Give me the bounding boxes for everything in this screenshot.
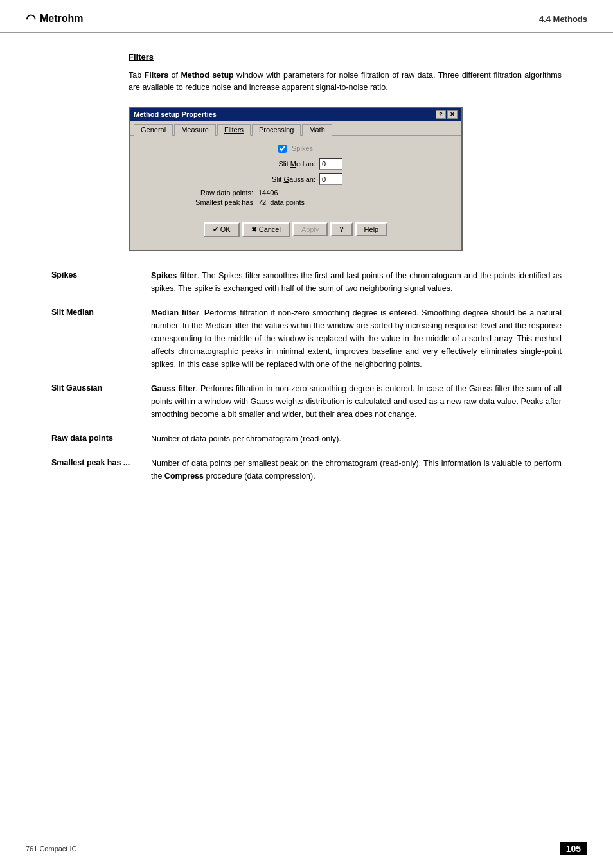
help-title-btn[interactable]: ? [436,110,446,119]
dialog-body: Spikes Slit Median: Slit Gaussian: Raw d… [130,136,461,250]
logo-icon: ◠ [26,12,36,26]
slit-median-label: Slit Median: [249,160,319,168]
slit-median-input[interactable] [319,158,342,170]
tab-processing[interactable]: Processing [252,124,301,136]
def-spikes: Spikes filter. The Spikes filter smoothe… [151,269,562,295]
raw-data-row: Raw data points: 14406 [143,189,449,197]
dialog-window: Method setup Properties ? ✕ General Meas… [129,107,463,251]
page-footer: 761 Compact IC 105 [0,837,613,855]
term-raw-data: Raw data points [51,432,151,445]
dialog-divider [143,213,449,213]
apply-button[interactable]: Apply [292,222,328,236]
dialog-tabs: General Measure Filters Processing Math [130,121,461,136]
slit-gaussian-input[interactable] [319,173,342,185]
x-icon: ✖ [251,226,257,234]
product-label: 761 Compact IC [26,845,76,853]
section-heading: Filters [129,52,587,62]
slit-median-group: Slit Median: [143,158,449,170]
intro-text: Tab Filters of Method setup window with … [129,69,562,94]
logo: ◠ Metrohm [26,12,84,26]
chapter-label: 4.4 Methods [539,14,587,24]
help-dialog-button[interactable]: ? [330,222,352,236]
help-button[interactable]: Help [355,222,388,236]
tab-measure[interactable]: Measure [174,124,216,136]
term-slit-median: Slit Median [51,306,151,319]
ok-label: OK [220,226,231,233]
cancel-label: Cancel [259,226,281,233]
desc-row-spikes: Spikes Spikes filter. The Spikes filter … [51,269,562,295]
dialog-title-buttons: ? ✕ [436,110,458,119]
help-question-icon: ? [339,226,343,233]
checkmark-icon: ✔ [213,226,218,234]
desc-row-slit-gaussian: Slit Gaussian Gauss filter. Performs fil… [51,382,562,421]
tab-filters[interactable]: Filters [217,124,251,136]
cancel-button[interactable]: ✖ Cancel [242,222,290,237]
raw-data-label: Raw data points: [181,189,258,197]
term-spikes: Spikes [51,269,151,281]
page-number: 105 [560,842,587,855]
term-slit-gaussian: Slit Gaussian [51,382,151,394]
def-smallest-peak: Number of data points per smallest peak … [151,457,562,483]
slit-gaussian-label: Slit Gaussian: [249,175,319,183]
dialog-wrapper: Method setup Properties ? ✕ General Meas… [129,107,562,251]
ok-button[interactable]: ✔ OK [204,222,240,237]
desc-row-slit-median: Slit Median Median filter. Performs filt… [51,306,562,371]
close-title-btn[interactable]: ✕ [447,110,458,119]
help-label: Help [364,226,379,233]
smallest-peak-unit: data points [270,199,305,206]
desc-row-smallest-peak: Smallest peak has ... Number of data poi… [51,457,562,483]
def-slit-gaussian: Gauss filter. Performs filtration in non… [151,382,562,421]
slit-gaussian-group: Slit Gaussian: [143,173,449,185]
desc-row-raw-data: Raw data points Number of data points pe… [51,432,562,445]
dialog-footer: ✔ OK ✖ Cancel Apply ? Help [143,218,449,244]
page-header: ◠ Metrohm 4.4 Methods [0,0,613,33]
page-content: Filters Tab Filters of Method setup wind… [0,33,613,520]
tab-general[interactable]: General [134,124,173,136]
def-slit-median: Median filter. Performs filtration if no… [151,306,562,371]
def-raw-data: Number of data points per chromatogram (… [151,432,562,445]
descriptions-table: Spikes Spikes filter. The Spikes filter … [51,269,562,483]
smallest-peak-value: 72 [258,199,266,206]
smallest-peak-row: Smallest peak has 72 data points [143,199,449,206]
tab-math[interactable]: Math [302,124,332,136]
spikes-row: Spikes [143,145,449,153]
dialog-title: Method setup Properties [134,111,217,118]
smallest-peak-label: Smallest peak has [181,199,258,206]
spikes-label: Spikes [292,145,313,152]
spikes-checkbox[interactable] [278,145,287,153]
raw-data-value: 14406 [258,189,278,197]
term-smallest-peak: Smallest peak has ... [51,457,151,469]
apply-label: Apply [301,226,319,233]
logo-text: Metrohm [40,13,84,24]
dialog-titlebar: Method setup Properties ? ✕ [130,108,461,121]
